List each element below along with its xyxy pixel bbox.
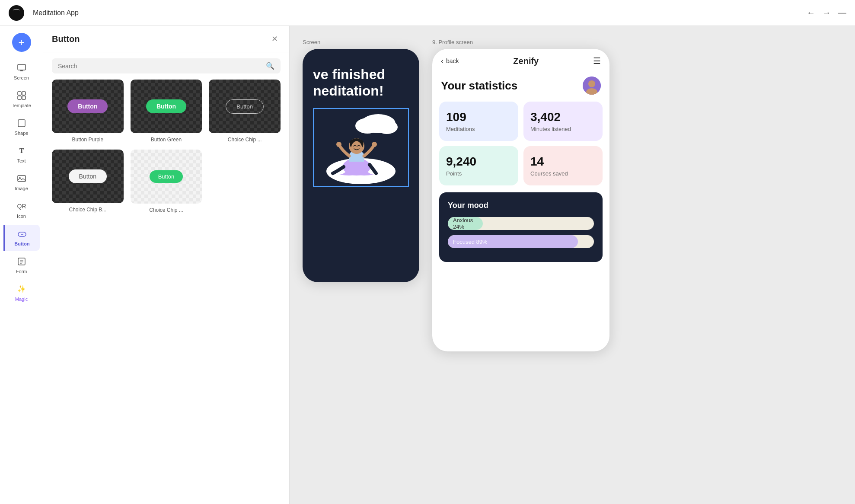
main-layout: + Screen Template Shape	[0, 26, 855, 504]
svg-rect-9	[18, 120, 25, 127]
screen8-frame: ve finishedneditation!	[303, 49, 419, 282]
svg-rect-6	[22, 92, 26, 95]
button-purple-sample: Button	[67, 99, 108, 113]
choice-chip-light-sample: Button	[150, 170, 183, 183]
magic-icon: ✨	[17, 284, 26, 294]
sidebar-form-label: Form	[16, 269, 27, 274]
back-label: back	[446, 57, 459, 64]
sidebar-magic-label: Magic	[15, 297, 28, 302]
relaxing-illustration	[316, 111, 406, 184]
text-icon: T	[17, 146, 26, 156]
minus-button[interactable]: —	[838, 8, 846, 18]
choice-chip-light-label: Choice Chip ...	[131, 207, 202, 213]
shape-icon	[17, 118, 26, 128]
sidebar-item-image[interactable]: Image	[3, 169, 40, 195]
meditations-label: Meditations	[446, 126, 511, 132]
search-icon: 🔍	[266, 62, 274, 70]
button-grid: Button Button Purple Button Button Green…	[43, 80, 289, 222]
svg-point-31	[588, 80, 595, 87]
back-button[interactable]: ‹ back	[441, 57, 459, 66]
button-panel: Button ✕ 🔍 Button Button Purple Button	[43, 26, 290, 504]
sidebar-item-shape[interactable]: Shape	[3, 114, 40, 140]
svg-text:T: T	[19, 147, 24, 154]
sidebar-item-button[interactable]: Button	[3, 225, 40, 251]
hamburger-icon[interactable]: ☰	[593, 56, 601, 66]
button-green-label: Button Green	[131, 137, 202, 143]
sidebar-text-label: Text	[17, 158, 26, 163]
button-icon	[17, 229, 27, 239]
choice-chip-light-card[interactable]: Button Choice Chip ...	[131, 150, 202, 213]
sidebar-item-template[interactable]: Template	[3, 86, 40, 112]
choice-chip-black-card[interactable]: Button Choice Chip B...	[52, 150, 124, 213]
app-title: Meditation App	[33, 9, 798, 17]
finished-heading: ve finishedneditation!	[313, 66, 409, 99]
focused-bar-fill: Focused 89%	[448, 235, 578, 248]
mood-title: Your mood	[448, 201, 594, 210]
minutes-label: Minutes listened	[530, 126, 596, 132]
sidebar-item-magic[interactable]: ✨ Magic	[3, 280, 40, 306]
button-green-card[interactable]: Button Button Green	[131, 80, 202, 143]
svg-rect-5	[18, 92, 21, 95]
points-label: Points	[446, 170, 511, 177]
button-purple-card[interactable]: Button Button Purple	[52, 80, 124, 143]
choice-chip-dark-label: Choice Chip ...	[209, 137, 281, 143]
sidebar-image-label: Image	[15, 186, 28, 191]
svg-rect-2	[18, 64, 26, 70]
stat-card-courses: 14 Courses saved	[523, 146, 603, 185]
panel-close-button[interactable]: ✕	[268, 33, 281, 45]
app-logo: ⌒	[9, 5, 24, 21]
topbar-actions: ← → —	[807, 8, 846, 18]
courses-label: Courses saved	[530, 170, 596, 177]
anxious-bar-label: Anxious 24%	[453, 217, 478, 230]
sidebar-item-screen[interactable]: Screen	[3, 59, 40, 85]
stat-card-minutes: 3,402 Minutes listened	[523, 102, 603, 141]
screen9-label: 9. Profile screen	[432, 39, 609, 45]
image-icon	[17, 174, 26, 183]
svg-text:QR: QR	[17, 203, 26, 210]
button-purple-label: Button Purple	[52, 137, 124, 143]
svg-rect-3	[20, 70, 23, 71]
choice-chip-dark-card[interactable]: Button Choice Chip ...	[209, 80, 281, 143]
choice-chip-black-sample: Button	[69, 169, 107, 183]
svg-rect-7	[18, 96, 21, 99]
choice-chip-black-label: Choice Chip B...	[52, 207, 124, 213]
svg-point-23	[376, 120, 398, 134]
profile-topbar: ‹ back Zenify ☰	[432, 49, 609, 73]
choice-chip-dark-sample: Button	[226, 99, 264, 114]
points-value: 9,240	[446, 155, 511, 169]
sidebar-template-label: Template	[12, 103, 31, 108]
choice-chip-black-preview: Button	[52, 150, 124, 203]
panel-search-area: 🔍	[43, 52, 289, 80]
svg-text:✨: ✨	[17, 285, 26, 293]
add-screen-button[interactable]: +	[12, 33, 31, 52]
courses-value: 14	[530, 155, 596, 169]
search-input[interactable]	[58, 63, 262, 70]
sidebar-item-text[interactable]: T Text	[3, 142, 40, 168]
topbar: ⌒ Meditation App ← → —	[0, 0, 855, 26]
avatar-image	[583, 77, 601, 95]
screen9-content: ‹ back Zenify ☰ Your statistics	[432, 49, 609, 262]
sidebar-item-form[interactable]: Form	[3, 252, 40, 278]
svg-point-22	[355, 118, 380, 134]
screen9-wrapper: 9. Profile screen ‹ back Zenify ☰ You	[432, 39, 609, 351]
template-icon	[17, 91, 26, 100]
svg-rect-11	[18, 175, 26, 182]
sidebar-item-icon[interactable]: QR Icon	[3, 197, 40, 223]
focused-bar-container: Focused 89%	[448, 235, 594, 248]
choice-chip-light-preview: Button	[131, 150, 202, 203]
undo-button[interactable]: ←	[807, 8, 815, 18]
stats-header: Your statistics	[432, 73, 609, 102]
svg-text:⌒: ⌒	[12, 8, 21, 17]
sidebar-button-label: Button	[14, 241, 29, 246]
sidebar-shape-label: Shape	[15, 131, 29, 136]
svg-rect-8	[22, 96, 26, 99]
avatar	[583, 77, 601, 95]
stat-cards-grid: 109 Meditations 3,402 Minutes listened 9…	[432, 102, 609, 185]
search-box: 🔍	[52, 58, 281, 73]
sidebar-screen-label: Screen	[14, 75, 29, 80]
stat-card-points: 9,240 Points	[439, 146, 518, 185]
anxious-bar-fill: Anxious 24%	[448, 217, 483, 230]
anxious-bar-container: Anxious 24%	[448, 217, 594, 230]
redo-button[interactable]: →	[822, 8, 831, 18]
button-green-preview: Button	[131, 80, 202, 133]
